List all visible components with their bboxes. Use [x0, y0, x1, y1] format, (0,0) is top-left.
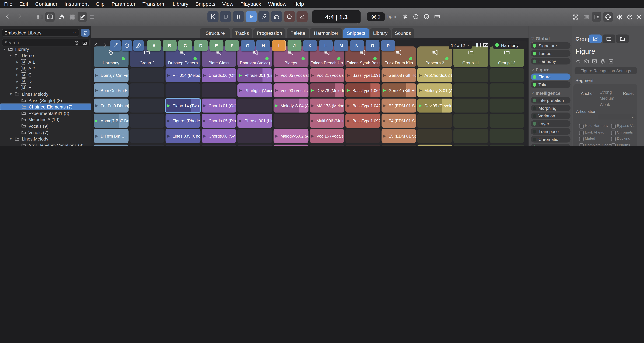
- column-header-group-12[interactable]: Group 12: [490, 46, 524, 68]
- play-outline-icon[interactable]: ▶: [275, 88, 280, 92]
- clock-button[interactable]: [412, 13, 419, 20]
- play-outline-icon[interactable]: ▶: [95, 73, 100, 77]
- grid-cell[interactable]: ▶Chords.06 (Off: [202, 68, 236, 82]
- checkbox-chromatic[interactable]: [611, 130, 616, 135]
- kbd-button[interactable]: [434, 13, 441, 20]
- snippet-letter-f[interactable]: F: [225, 40, 239, 52]
- disclosure-triangle-icon[interactable]: ▸: [16, 73, 21, 77]
- grid-cell[interactable]: [238, 99, 272, 113]
- play-outline-icon[interactable]: ▶: [383, 104, 388, 108]
- play-outline-icon[interactable]: ▶: [203, 134, 208, 138]
- grid-cell[interactable]: [454, 129, 488, 143]
- chevron-right[interactable]: [16, 13, 23, 20]
- grid-cell[interactable]: ▶Gen.01 (Kiff Ho: [382, 84, 416, 98]
- disc-button[interactable]: [423, 13, 430, 20]
- grid-cell[interactable]: ▶Lines.035 (Cho: [166, 129, 200, 143]
- snippet-letter-b[interactable]: B: [162, 40, 176, 52]
- panel-left-button[interactable]: [35, 12, 44, 22]
- grid-cell[interactable]: [166, 144, 200, 146]
- chevron-left[interactable]: [4, 13, 11, 20]
- menu-item-library[interactable]: Library: [173, 1, 188, 7]
- menu-item-window[interactable]: Window: [268, 1, 286, 7]
- tree-item-c[interactable]: ▸MC: [0, 72, 91, 78]
- param-section-figure[interactable]: ▽Figure: [529, 66, 572, 74]
- grid-cell[interactable]: ▶Melody-S.02 (A: [274, 129, 308, 143]
- param-item-signature[interactable]: Signature: [530, 42, 570, 49]
- snippet-letter-a[interactable]: A: [147, 40, 161, 52]
- grid-cell[interactable]: [346, 129, 380, 143]
- grid-cell[interactable]: ▶Bbm Cm Fm Eb: [94, 84, 128, 98]
- play-icon[interactable]: ▶: [419, 104, 424, 108]
- disclosure-triangle-icon[interactable]: ▸: [16, 60, 21, 64]
- figure-recognition-button[interactable]: Figure Recognition Settings: [574, 67, 637, 74]
- grid-cell[interactable]: [454, 144, 488, 146]
- play-outline-icon[interactable]: ▶: [383, 134, 388, 138]
- tempo-display[interactable]: 96.0: [367, 12, 385, 21]
- grid-cell[interactable]: [490, 114, 524, 128]
- grid-cell[interactable]: [130, 99, 164, 113]
- param-item-output[interactable]: Output: [530, 144, 570, 146]
- grid-cell[interactable]: ▶Chords.01 (Off: [202, 99, 236, 113]
- menu-item-snippets[interactable]: Snippets: [195, 1, 215, 7]
- disclosure-triangle-icon[interactable]: ▾: [3, 47, 8, 51]
- play-icon[interactable]: ▶: [275, 104, 280, 108]
- grid-cell[interactable]: ▶E5 (EDM 01 Stra: [382, 129, 416, 143]
- grid-cell[interactable]: [238, 144, 272, 146]
- snippet-letter-h[interactable]: H: [256, 40, 270, 52]
- chevron-right[interactable]: [102, 42, 108, 48]
- tree-item-vocals-9-[interactable]: Vocals (9): [0, 123, 91, 129]
- grid-cell[interactable]: ▶Phrase.001 (Lin: [238, 68, 272, 82]
- menu-item-playback[interactable]: Playback: [240, 1, 261, 7]
- play-outline-icon[interactable]: ▶: [275, 134, 280, 138]
- play-outline-icon[interactable]: ▶: [383, 73, 388, 77]
- play-icon[interactable]: ▶: [95, 119, 100, 123]
- articulation-select[interactable]: ⌄: [598, 114, 636, 120]
- snippet-letter-l[interactable]: L: [319, 40, 333, 52]
- pause-button[interactable]: [233, 11, 244, 22]
- tab-tracks[interactable]: Tracks: [232, 28, 252, 38]
- play-outline-icon[interactable]: ▶: [419, 73, 424, 77]
- dice-button[interactable]: [122, 40, 132, 52]
- tab-structure[interactable]: Structure: [200, 28, 230, 38]
- disclosure-triangle-icon[interactable]: ▾: [10, 92, 14, 96]
- tab-sounds[interactable]: Sounds: [392, 28, 414, 38]
- grid-cell[interactable]: ▶Dev.78 (Melodi: [310, 84, 344, 98]
- grid-cell[interactable]: [490, 84, 524, 98]
- param-section-global[interactable]: ▽Global: [529, 34, 572, 42]
- play-outline-icon[interactable]: ▶: [203, 119, 208, 123]
- param-item-take[interactable]: Take: [530, 82, 570, 88]
- menu-item-transform[interactable]: Transform: [142, 1, 166, 7]
- grid-cell[interactable]: [238, 129, 272, 143]
- grid-cell[interactable]: [490, 129, 524, 143]
- grid-cell[interactable]: ▶E4 (EDM 01 Stra: [382, 114, 416, 128]
- clear-search-icon[interactable]: [74, 40, 79, 46]
- folder-view-button[interactable]: [616, 34, 629, 43]
- play-icon[interactable]: ▶: [167, 104, 173, 108]
- disclosure-triangle-icon[interactable]: ▸: [16, 66, 21, 70]
- tab-harmonizer[interactable]: Harmonizer: [310, 28, 342, 38]
- tree-item-chained-elements-7-[interactable]: Chained Elements (7): [0, 104, 91, 110]
- column-header-popcorn-2[interactable]: Popcorn 2: [418, 46, 452, 68]
- stop-button[interactable]: [220, 11, 231, 22]
- expand-button[interactable]: [571, 12, 580, 22]
- play-icon[interactable]: ▶: [311, 88, 316, 92]
- grid-cell[interactable]: ▶BassType1.042: [346, 99, 380, 113]
- tree-item-h[interactable]: ▸MH: [0, 84, 91, 91]
- grid-cell[interactable]: ▶Dbmaj7 Cm Fm: [94, 68, 128, 82]
- grid-cell[interactable]: [454, 99, 488, 113]
- menu-item-clip[interactable]: Clip: [96, 1, 105, 7]
- grid-cell[interactable]: ▶Melody-S.01 (A: [418, 84, 452, 98]
- param-item-morphing[interactable]: Morphing: [530, 105, 570, 111]
- grid-cell[interactable]: [202, 84, 236, 98]
- snippet-letter-c[interactable]: C: [178, 40, 192, 52]
- tab-progression[interactable]: Progression: [254, 28, 286, 38]
- chart-view-button[interactable]: [589, 34, 602, 43]
- menu-item-file[interactable]: File: [4, 1, 12, 7]
- play-outline-icon[interactable]: ▶: [347, 119, 352, 123]
- grid-cell[interactable]: [418, 129, 452, 143]
- grid-size-select[interactable]: 12 x 12⌄: [449, 40, 472, 49]
- menu-item-help[interactable]: Help: [293, 1, 304, 7]
- grid-cell[interactable]: [490, 144, 524, 146]
- snippet-letter-i[interactable]: I: [272, 40, 286, 52]
- snippet-letter-m[interactable]: M: [334, 40, 348, 52]
